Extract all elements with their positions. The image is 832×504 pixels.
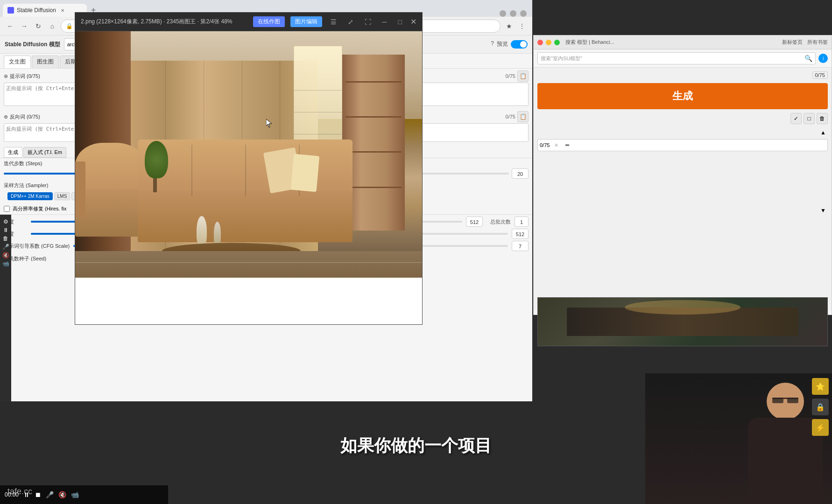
expand-icon: ⊕ [4, 73, 8, 79]
scroll-controls: ▼ [537, 206, 828, 215]
paste-icon-neg[interactable]: 📋 [517, 111, 529, 122]
neg-counter-row: 0/75 ✕ ✏ [537, 139, 828, 151]
tab-txt2img[interactable]: 文生图 [4, 56, 31, 68]
watermark: tafe.cc [7, 487, 32, 497]
positive-counter: 0/75 [506, 73, 515, 79]
lock-icon-btn[interactable]: 🔒 [812, 399, 829, 415]
tool-icon-5[interactable]: 🔇 [2, 252, 9, 259]
camera-icon[interactable]: 📹 [71, 491, 79, 498]
steps-value[interactable]: 20 [512, 168, 529, 179]
search-text: 搜索"室内SU模型" [541, 55, 582, 62]
thumbnail-light [625, 300, 740, 315]
plant [145, 141, 166, 192]
refresh-btn[interactable]: ↻ [33, 21, 44, 32]
yellow-icon-btn[interactable]: ⭐ [812, 378, 829, 395]
tool-icon-2[interactable]: ⏸ [3, 227, 8, 233]
tab-img2img[interactable]: 图生图 [32, 56, 59, 68]
sampler-dpm2m[interactable]: DPM++ 2M Karras [7, 192, 53, 200]
subtitle-text: 如果你做的一个项目 [0, 434, 832, 457]
search-btn[interactable]: 🔍 [804, 55, 812, 62]
model-browser-titlebar: 搜索 模型 | Behanci... 新标签页 所有书签 [534, 35, 832, 49]
tool-icon-1[interactable]: ⚙ [3, 218, 8, 225]
close-dot[interactable] [537, 40, 543, 45]
output-thumbnail[interactable] [537, 297, 828, 346]
info-btn[interactable]: i [818, 54, 828, 63]
width-value[interactable]: 512 [466, 217, 483, 227]
neg-edit-icon[interactable]: ✏ [563, 140, 572, 150]
scroll-up-btn[interactable]: ▲ [818, 128, 828, 137]
maximize-btn[interactable] [510, 10, 516, 17]
tool-icon-4[interactable]: 🎤 [2, 244, 9, 250]
sub-tab-embedding[interactable]: 嵌入式 (T.I. Em [23, 147, 66, 158]
batch-total-value[interactable]: 1 [515, 217, 529, 227]
right-panel-container: 搜索 模型 | Behanci... 新标签页 所有书签 搜索"室内SU模型" … [533, 35, 832, 315]
minimize-btn[interactable] [500, 10, 506, 17]
max-dot[interactable] [554, 40, 560, 45]
main-sofa [138, 140, 353, 242]
maximize-icon2[interactable]: □ [395, 17, 405, 27]
min-dot[interactable] [546, 40, 551, 45]
record-icon[interactable]: 🎤 [46, 491, 54, 498]
sd-right-controls: ? 预览 [491, 40, 528, 49]
help-icon[interactable]: ? [491, 40, 494, 49]
blind-2 [294, 112, 342, 112]
shelf-4 [345, 187, 402, 188]
scale-icon[interactable]: ⤢ [345, 17, 356, 27]
close-viewer-btn[interactable]: ✕ [410, 17, 416, 26]
home-btn[interactable]: ⌂ [47, 21, 58, 32]
forward-btn[interactable]: → [19, 21, 30, 32]
toggle-knob [520, 41, 527, 48]
scroll-down-btn[interactable]: ▼ [818, 206, 828, 215]
sd-tab[interactable]: Stable Diffusion ✕ [3, 4, 87, 17]
chair-seat [75, 189, 145, 236]
plant-leaves [145, 141, 168, 178]
tool-icon-3[interactable]: 🗑 [3, 235, 8, 242]
cfg-label: 提示词引导系数 (CFG Scale) [4, 243, 70, 250]
lightning-icon-btn[interactable]: ⚡ [812, 419, 829, 436]
online-btn[interactable]: 在线作图 [253, 16, 285, 27]
menu-icon[interactable]: ☰ [328, 17, 339, 27]
glasses-right [787, 398, 798, 403]
stop-icon[interactable]: ⏹ [35, 491, 41, 498]
tab-close-btn[interactable]: ✕ [59, 7, 66, 14]
neg-close-icon[interactable]: ✕ [551, 140, 561, 150]
batch-total-label: 总批次数 [490, 218, 511, 225]
trash-icon-btn[interactable]: 🗑 [817, 113, 828, 124]
right-counter1: 0/75 [812, 71, 828, 79]
expand-icon-neg: ⊕ [4, 114, 8, 120]
image-viewer-title: 2.png (2128×1264像素, 2.75MB) · 2345画图王 · … [81, 18, 247, 26]
negative-prompt-label: 反向词 (0/75) [10, 113, 40, 120]
preview-label: 预览 [497, 40, 508, 49]
negative-counter: 0/75 [506, 114, 515, 119]
paste-icon[interactable]: 📋 [517, 70, 529, 82]
settings-btn[interactable]: ⋮ [516, 21, 528, 32]
person-head [767, 383, 804, 420]
minimize-icon[interactable]: ─ [380, 17, 390, 27]
plant-stem [153, 178, 157, 192]
cfg-value[interactable]: 7 [512, 241, 529, 251]
edit-image-btn[interactable]: 图片编辑 [290, 16, 322, 27]
model-search-bar: 搜索"室内SU模型" 🔍 i [534, 49, 832, 68]
close-window-btn[interactable] [520, 10, 527, 17]
cushion-div1 [191, 145, 192, 196]
floor-line [75, 262, 422, 263]
back-btn[interactable]: ← [5, 21, 16, 32]
tool-icon-6[interactable]: 📹 [2, 260, 9, 267]
hires-checkbox[interactable] [4, 206, 10, 212]
fullscreen-icon[interactable]: ⛶ [362, 17, 374, 27]
sampler-lms[interactable]: LMS [54, 192, 71, 200]
image-bottom-white [75, 278, 422, 324]
blind-3 [294, 134, 342, 134]
left-icon-bar: ⚙ ⏸ 🗑 🎤 🔇 📹 [0, 215, 11, 401]
model-search-input-container[interactable]: 搜索"室内SU模型" 🔍 [537, 52, 816, 64]
bookmark-star-btn[interactable]: ★ [503, 21, 515, 32]
sub-tab-generate[interactable]: 生成 [4, 147, 22, 158]
model-browser-content: 0/75 生成 ✓ □ 🗑 ▲ 0/75 ✕ ✏ [534, 68, 832, 310]
square-icon-btn[interactable]: □ [804, 113, 815, 124]
check-icon-btn[interactable]: ✓ [790, 113, 802, 124]
mute-icon[interactable]: 🔇 [58, 491, 66, 498]
preview-toggle[interactable] [511, 40, 528, 49]
generate-button[interactable]: 生成 [537, 83, 828, 109]
counter-display: 0/75 [537, 71, 828, 78]
height-value[interactable]: 512 [512, 229, 529, 239]
